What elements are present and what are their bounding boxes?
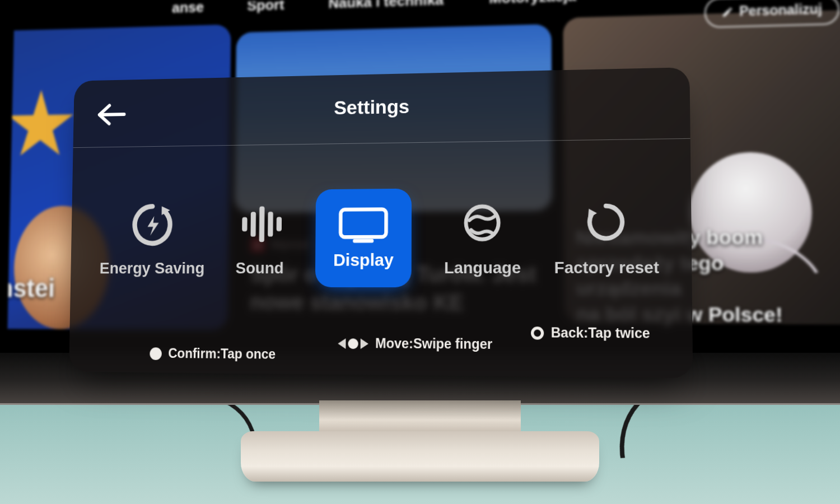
svg-rect-2 <box>250 212 256 237</box>
display-icon <box>338 206 390 245</box>
tap-once-icon <box>150 347 162 360</box>
svg-rect-6 <box>340 209 386 237</box>
settings-item-label: Energy Saving <box>100 259 205 278</box>
bolt-circle-icon <box>129 200 176 249</box>
settings-item-display[interactable]: Display <box>315 189 412 287</box>
svg-rect-1 <box>242 217 247 231</box>
tap-twice-icon <box>531 326 544 339</box>
globe-icon <box>458 198 507 248</box>
settings-item-label: Display <box>333 250 394 270</box>
svg-rect-3 <box>259 207 265 242</box>
settings-item-label: Factory reset <box>554 258 659 277</box>
svg-rect-7 <box>353 239 374 243</box>
hint-move: Move:Swipe finger <box>338 335 492 352</box>
hint-confirm: Confirm:Tap once <box>150 346 276 362</box>
settings-item-label: Sound <box>236 259 284 278</box>
settings-item-factory-reset[interactable]: Factory reset <box>554 196 659 277</box>
hint-back: Back:Tap twice <box>531 325 650 342</box>
swipe-icon <box>338 338 368 349</box>
reset-icon <box>580 197 632 248</box>
settings-osd-panel: Settings Energy Saving <box>69 67 693 378</box>
equalizer-icon <box>236 199 284 249</box>
settings-item-label: Language <box>444 259 521 278</box>
settings-item-language[interactable]: Language <box>444 198 521 278</box>
settings-item-energy-saving[interactable]: Energy Saving <box>100 200 206 277</box>
osd-title: Settings <box>73 90 690 123</box>
settings-items-row: Energy Saving Sound <box>70 156 692 318</box>
settings-item-sound[interactable]: Sound <box>236 199 284 277</box>
svg-rect-4 <box>268 212 273 237</box>
svg-rect-5 <box>277 217 282 231</box>
gesture-hints: Confirm:Tap once Move:Swipe finger Back:… <box>69 321 693 367</box>
